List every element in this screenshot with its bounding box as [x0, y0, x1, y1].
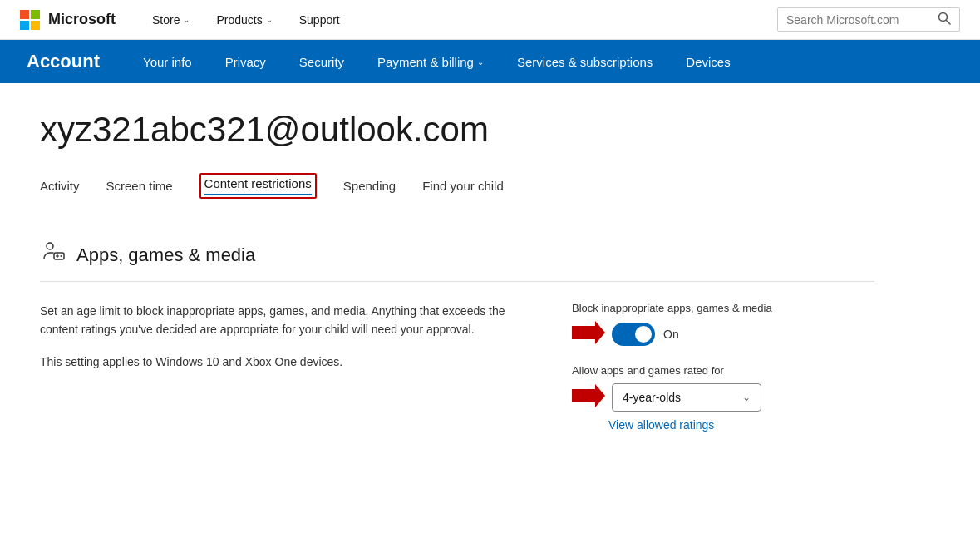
- nav-devices[interactable]: Devices: [669, 40, 746, 83]
- section-title-row: Apps, games & media: [40, 239, 874, 282]
- svg-line-1: [947, 21, 951, 25]
- view-ratings-link[interactable]: View allowed ratings: [608, 418, 805, 432]
- account-nav: Account Your info Privacy Security Payme…: [0, 40, 980, 83]
- svg-point-2: [47, 243, 53, 249]
- content-restrictions-wrapper: Content restrictions: [199, 173, 317, 199]
- nav-services-subscriptions[interactable]: Services & subscriptions: [500, 40, 669, 83]
- section-body: Set an age limit to block inappropriate …: [40, 302, 874, 432]
- dropdown-chevron-icon: ⌄: [742, 392, 751, 403]
- top-nav-products[interactable]: Products ⌄: [206, 0, 282, 40]
- block-toggle-switch[interactable]: [612, 323, 655, 346]
- section-title: Apps, games & media: [76, 244, 255, 266]
- search-box: [777, 7, 960, 32]
- nav-your-info[interactable]: Your info: [126, 40, 209, 83]
- section-desc-note: This setting applies to Windows 10 and X…: [40, 353, 505, 371]
- payment-chevron-icon: ⌄: [477, 57, 484, 67]
- arrow-dropdown-icon: [572, 384, 605, 411]
- top-nav: Microsoft Store ⌄ Products ⌄ Support: [0, 0, 980, 40]
- products-chevron-icon: ⌄: [266, 15, 273, 24]
- section-desc-text-1: Set an age limit to block inappropriate …: [40, 302, 505, 339]
- arrow-toggle-icon: [572, 321, 605, 348]
- dropdown-value: 4-year-olds: [623, 391, 681, 404]
- subtab-find-your-child[interactable]: Find your child: [409, 172, 517, 200]
- dropdown-label: Allow apps and games rated for: [572, 364, 805, 377]
- subtab-spending[interactable]: Spending: [330, 172, 409, 200]
- user-email-heading: xyz321abc321@outlook.com: [40, 110, 874, 150]
- toggle-row-with-arrow: On: [572, 321, 805, 348]
- subtab-activity[interactable]: Activity: [40, 172, 93, 200]
- toggle-label: Block inappropriate apps, games & media: [572, 302, 805, 314]
- account-nav-brand: Account: [0, 40, 126, 83]
- section-controls: Block inappropriate apps, games & media: [572, 302, 805, 432]
- toggle-state-label: On: [663, 328, 679, 341]
- apps-games-icon: [40, 239, 66, 271]
- age-rating-group: Allow apps and games rated for 4-year-ol…: [572, 364, 805, 432]
- subtab-screen-time[interactable]: Screen time: [93, 172, 186, 200]
- subtab-content-restrictions[interactable]: Content restrictions: [186, 166, 330, 205]
- toggle-switch-row: On: [612, 323, 679, 346]
- logo-yellow: [31, 21, 40, 30]
- logo-green: [31, 10, 40, 19]
- search-input[interactable]: [786, 13, 938, 27]
- account-nav-links: Your info Privacy Security Payment & bil…: [126, 40, 747, 83]
- nav-security[interactable]: Security: [283, 40, 361, 83]
- active-tab-underline: [204, 194, 312, 195]
- dropdown-row-with-arrow: 4-year-olds ⌄: [572, 383, 805, 412]
- sub-tabs: Activity Screen time Content restriction…: [40, 166, 874, 205]
- logo-red: [20, 10, 29, 19]
- toggle-thumb: [635, 326, 652, 343]
- main-content: xyz321abc321@outlook.com Activity Screen…: [0, 83, 914, 471]
- top-nav-store[interactable]: Store ⌄: [142, 0, 199, 40]
- nav-privacy[interactable]: Privacy: [209, 40, 283, 83]
- svg-marker-8: [572, 384, 605, 407]
- top-nav-links: Store ⌄ Products ⌄ Support: [142, 0, 777, 40]
- age-rating-dropdown[interactable]: 4-year-olds ⌄: [612, 383, 761, 412]
- block-toggle-group: Block inappropriate apps, games & media: [572, 302, 805, 348]
- nav-payment-billing[interactable]: Payment & billing ⌄: [361, 40, 500, 83]
- microsoft-brand-label: Microsoft: [48, 11, 116, 28]
- section-description: Set an age limit to block inappropriate …: [40, 302, 505, 371]
- top-nav-support[interactable]: Support: [289, 0, 350, 40]
- microsoft-logo: [20, 10, 40, 30]
- svg-marker-7: [572, 321, 605, 344]
- search-icon: [938, 12, 951, 27]
- logo-area[interactable]: Microsoft: [20, 10, 116, 30]
- svg-point-6: [61, 255, 62, 257]
- logo-blue: [20, 21, 29, 30]
- store-chevron-icon: ⌄: [183, 15, 190, 24]
